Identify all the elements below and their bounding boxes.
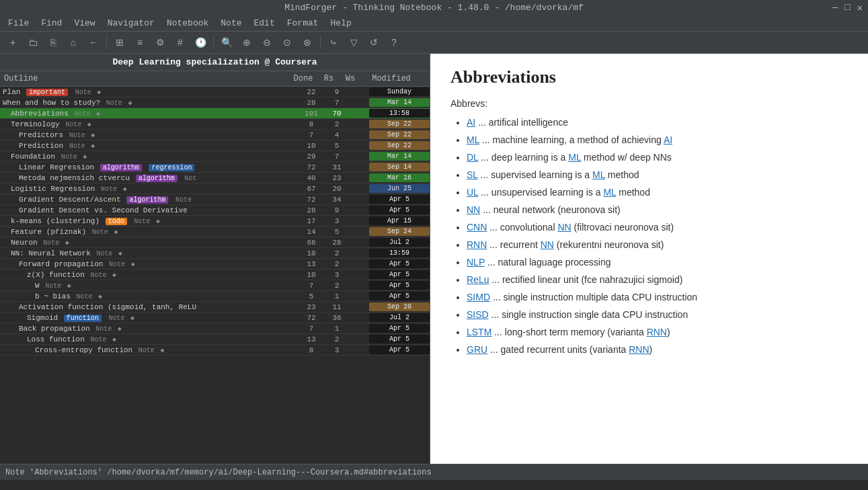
row-date: Apr 5 (369, 270, 430, 279)
row-rs: 4 (326, 131, 348, 139)
menu-edit[interactable]: Format (282, 17, 324, 30)
row-name: Feature (příznak) Note ◆ (0, 228, 297, 236)
table-row[interactable]: Loss function Note ◆ 13 2 Apr 5 (0, 334, 430, 345)
table-row[interactable]: Gradient Descent/Ascent algorithm Note 7… (0, 194, 430, 205)
status-text: Note 'Abbreviations' /home/dvorka/mf/mem… (5, 468, 432, 477)
link-ml-3[interactable]: ML (592, 169, 605, 180)
link-dl[interactable]: DL (467, 152, 478, 163)
menu-notebook[interactable]: Note (215, 17, 247, 30)
history-button[interactable]: 🕐 (192, 34, 209, 51)
table-row[interactable]: Predictors Note ◆ 7 4 Sep 22 (0, 130, 430, 140)
link-button[interactable]: ⤷ (325, 34, 342, 51)
link-gru[interactable]: GRU (467, 344, 487, 355)
settings-button[interactable]: ⚙ (151, 34, 169, 51)
table-row[interactable]: z(X) function Note ◆ 10 3 Apr 5 (0, 270, 430, 280)
menu-view[interactable]: Navigator (102, 17, 160, 30)
link-sl[interactable]: SL (467, 169, 478, 180)
link-sisd[interactable]: SISD (467, 309, 489, 320)
table-row[interactable]: W Note ◆ 7 2 Apr 5 (0, 280, 430, 291)
row-date: Apr 5 (369, 324, 430, 333)
table-row[interactable]: Abbreviations Note ◆ 101 70 13:58 (0, 108, 430, 119)
row-date: Apr 5 (369, 259, 430, 268)
open-button[interactable]: 🗀 (24, 34, 42, 51)
link-rnn[interactable]: RNN (467, 239, 487, 250)
menu-find[interactable]: View (69, 17, 100, 30)
table-row[interactable]: NN: Neural Network Note ◆ 10 2 13:59 (0, 248, 430, 259)
link-cnn[interactable]: CNN (467, 222, 487, 233)
link-ul[interactable]: UL (467, 187, 478, 198)
table-row[interactable]: Prediction Note ◆ 10 5 Sep 22 (0, 140, 430, 151)
row-done: 72 (297, 163, 326, 171)
link-ml-4[interactable]: ML (603, 187, 616, 198)
save-button[interactable]: ⎘ (44, 34, 62, 51)
link-nlp[interactable]: NLP (467, 257, 485, 268)
table-row[interactable]: Cross-entropy function Note ◆ 8 3 Apr 5 (0, 345, 430, 356)
row-rs: 11 (326, 303, 348, 311)
table-row[interactable]: Logistic Regression Note ◆ 67 20 Jun 25 (0, 183, 430, 194)
link-nn-3[interactable]: NN (541, 239, 554, 250)
menu-format[interactable]: Help (325, 17, 357, 30)
menu-file[interactable]: File (3, 17, 34, 30)
table-row[interactable]: Forward propagation Note ◆ 13 2 Apr 5 (0, 259, 430, 270)
menu-navigator[interactable]: Notebook (161, 17, 214, 30)
close-button[interactable]: ✕ (857, 2, 863, 13)
grid-view-button[interactable]: ⊞ (111, 34, 128, 51)
link-nn[interactable]: NN (467, 204, 480, 215)
zoom-reset-button[interactable]: ⊙ (278, 34, 296, 51)
window-controls[interactable]: — □ ✕ (832, 2, 863, 13)
new-button[interactable]: + (4, 34, 22, 51)
filter-button[interactable]: ▽ (345, 34, 362, 51)
link-lstm[interactable]: LSTM (467, 327, 491, 337)
table-row[interactable]: Back propagation Note ◆ 7 1 Apr 5 (0, 323, 430, 334)
zoom-out-button[interactable]: ⊖ (258, 34, 276, 51)
table-row[interactable]: Feature (příznak) Note ◆ 14 5 Sep 24 (0, 227, 430, 237)
hash-button[interactable]: # (171, 34, 189, 51)
table-row[interactable]: When and how to study? Note ◆ 28 7 Mar 1… (0, 97, 430, 108)
list-item: DL ... deep learning is a ML method w/ d… (467, 151, 848, 165)
table-row[interactable]: Terminology Note ◆ 8 2 Sep 22 (0, 119, 430, 130)
row-rs: 3 (326, 346, 348, 354)
page-heading: Abbreviations (450, 67, 848, 87)
link-relu[interactable]: ReLu (467, 274, 489, 285)
zoom-fit-button[interactable]: ⊛ (299, 34, 316, 51)
back-button[interactable]: ← (85, 34, 102, 51)
table-row[interactable]: Linear Regression algorithm regression 7… (0, 162, 430, 173)
link-nn-2[interactable]: NN (557, 222, 571, 233)
link-rnn-2[interactable]: RNN (647, 327, 667, 337)
home-button[interactable]: ⌂ (65, 34, 82, 51)
row-rs: 5 (326, 228, 348, 236)
table-row[interactable]: Neuron Note ◆ 66 28 Jul 2 (0, 237, 430, 248)
row-done: 72 (297, 196, 326, 204)
table-row[interactable]: Metoda nejmensich ctvercu algorithm Not … (0, 173, 430, 183)
table-row[interactable]: Gradient Descent vs. Second Derivative 2… (0, 205, 430, 216)
search-button[interactable]: 🔍 (218, 34, 235, 51)
maximize-button[interactable]: □ (844, 2, 850, 13)
row-rs: 34 (326, 196, 348, 204)
row-date: Mar 14 (369, 152, 430, 161)
table-row[interactable]: b ~ bias Note ◆ 5 1 Apr 5 (0, 291, 430, 302)
minimize-button[interactable]: — (832, 2, 838, 13)
link-ai-2[interactable]: AI (664, 134, 672, 145)
table-row[interactable]: Plan important Note ◆ 22 9 Sunday (0, 87, 430, 97)
table-row[interactable]: Sigmoid function Note ◆ 72 36 Jul 2 (0, 313, 430, 323)
outline-header: Outline Done Rs Ws Modified (0, 71, 430, 87)
menu-note[interactable]: Edit (249, 17, 280, 30)
link-rnn-3[interactable]: RNN (629, 344, 649, 355)
link-simd[interactable]: SIMD (467, 292, 490, 302)
link-ml-2[interactable]: ML (568, 152, 581, 163)
row-done: 23 (297, 303, 326, 311)
help-button[interactable]: ? (385, 34, 403, 51)
list-item: SISD ... single instruction single data … (467, 308, 848, 322)
refresh-button[interactable]: ↺ (365, 34, 383, 51)
link-ai[interactable]: AI (467, 117, 475, 128)
link-ml[interactable]: ML (467, 134, 479, 145)
zoom-in-button[interactable]: ⊕ (238, 34, 255, 51)
list-view-button[interactable]: ≡ (131, 34, 149, 51)
row-name: Prediction Note ◆ (0, 142, 297, 150)
table-row[interactable]: Foundation Note ◆ 29 7 Mar 14 (0, 151, 430, 162)
table-row[interactable]: Activation function (sigmoid, tanh, ReLU… (0, 302, 430, 313)
tag-algorithm: algorithm (126, 196, 168, 204)
row-done: 14 (297, 228, 326, 236)
menu-edit-main[interactable]: Find (36, 17, 67, 30)
table-row[interactable]: k-means (clustering) todo Note ◆ 17 3 Ap… (0, 216, 430, 227)
